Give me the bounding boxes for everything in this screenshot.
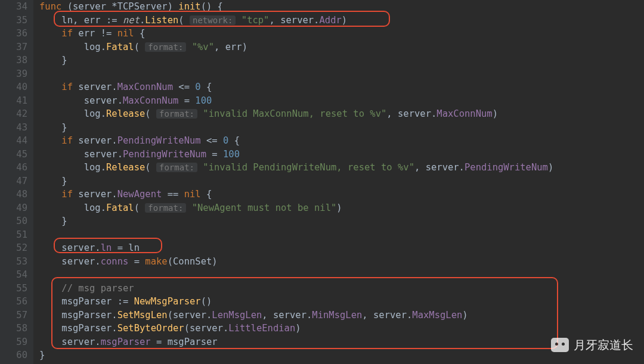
line-number: 38	[0, 54, 27, 67]
line-number: 41	[0, 94, 27, 108]
wechat-icon	[551, 338, 569, 352]
code-line: msgParser := NewMsgParser()	[39, 295, 644, 309]
code-line: if server.NewAgent == nil {	[39, 188, 644, 201]
line-number: 48	[0, 188, 27, 201]
line-number: 57	[0, 309, 27, 322]
code-line: if server.MaxConnNum <= 0 {	[39, 80, 644, 94]
code-line	[39, 67, 644, 81]
line-number: 44	[0, 134, 27, 148]
code-line: server.conns = make(ConnSet)	[39, 255, 644, 269]
code-line: msgParser.SetMsgLen(server.LenMsgLen, se…	[39, 309, 644, 322]
code-line: log.Release( format: "invalid MaxConnNum…	[39, 107, 644, 121]
code-line: func (server *TCPServer) init() {	[39, 0, 644, 14]
code-editor[interactable]: 3435363738394041424344454647484950515253…	[0, 0, 644, 364]
line-number: 40	[0, 80, 27, 94]
line-number: 49	[0, 201, 27, 215]
code-line: }	[39, 54, 644, 67]
line-number: 53	[0, 255, 27, 269]
watermark-text: 月牙寂道长	[574, 338, 633, 352]
line-number: 58	[0, 322, 27, 335]
line-number: 54	[0, 268, 27, 282]
line-number: 43	[0, 121, 27, 135]
line-number: 34	[0, 0, 27, 14]
code-line: }	[39, 214, 644, 228]
line-number: 45	[0, 148, 27, 161]
code-line: if server.PendingWriteNum <= 0 {	[39, 134, 644, 148]
code-line: log.Release( format: "invalid PendingWri…	[39, 161, 644, 175]
watermark: 月牙寂道长	[551, 338, 633, 352]
code-line: // msg parser	[39, 282, 644, 295]
code-line: server.PendingWriteNum = 100	[39, 148, 644, 161]
code-line: server.ln = ln	[39, 241, 644, 255]
line-number: 56	[0, 295, 27, 309]
code-area: func (server *TCPServer) init() { ln, er…	[33, 0, 644, 364]
code-line	[39, 268, 644, 282]
code-line: log.Fatal( format: "%v", err)	[39, 41, 644, 54]
code-line: ln, err := net.Listen( network: "tcp", s…	[39, 14, 644, 27]
line-number: 35	[0, 14, 27, 27]
code-line: server.MaxConnNum = 100	[39, 94, 644, 108]
line-number: 47	[0, 175, 27, 188]
line-number: 37	[0, 41, 27, 54]
line-number: 42	[0, 107, 27, 121]
code-line	[39, 228, 644, 242]
line-number: 36	[0, 27, 27, 41]
line-number: 59	[0, 335, 27, 349]
code-line: log.Fatal( format: "NewAgent must not be…	[39, 201, 644, 215]
code-line: msgParser.SetByteOrder(server.LittleEndi…	[39, 322, 644, 335]
line-number: 51	[0, 228, 27, 242]
code-line: }	[39, 121, 644, 135]
line-number: 50	[0, 214, 27, 228]
code-line: }	[39, 175, 644, 188]
line-number: 55	[0, 282, 27, 295]
line-number: 39	[0, 67, 27, 81]
line-number-gutter: 3435363738394041424344454647484950515253…	[0, 0, 33, 364]
line-number: 60	[0, 349, 27, 362]
line-number: 52	[0, 241, 27, 255]
code-line: if err != nil {	[39, 27, 644, 41]
line-number: 46	[0, 161, 27, 175]
